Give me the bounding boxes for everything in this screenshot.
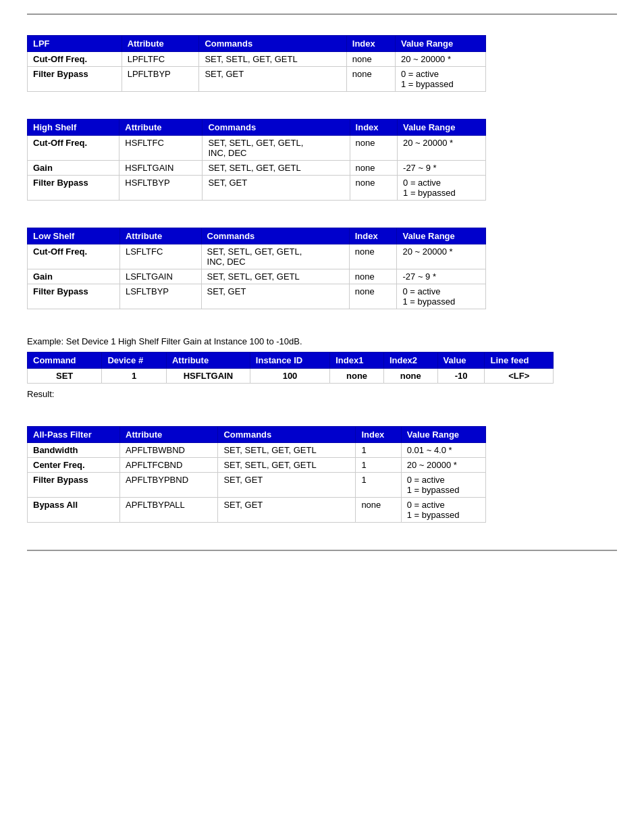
cmd-row-instanceid: 100 — [250, 369, 329, 384]
row-name: Filter Bypass — [28, 473, 120, 498]
row-cmd: SET, GET — [199, 67, 346, 92]
example-section: Example: Set Device 1 High Shelf Filter … — [27, 336, 617, 399]
table-row: SET 1 HSFLTGAIN 100 none none -10 <LF> — [28, 369, 554, 384]
high-shelf-section: High Shelf Attribute Commands Index Valu… — [27, 119, 617, 201]
table-row: Cut-Off Freq. LSFLTFC SET, SETL, GET, GE… — [28, 244, 486, 269]
table-row: Filter Bypass LPFLTBYP SET, GET none 0 =… — [28, 67, 486, 92]
row-attr: HSFLTFC — [119, 136, 203, 161]
row-cmd: SET, SETL, GET, GETL — [203, 161, 350, 176]
row-val: 0 = active 1 = bypassed — [401, 473, 485, 498]
row-val: -27 ~ 9 * — [397, 269, 486, 284]
row-attr: APFLTFCBND — [120, 458, 218, 473]
row-attr: APFLTBWBND — [120, 443, 218, 458]
row-idx: none — [349, 269, 397, 284]
row-cmd: SET, SETL, GET, GETL — [218, 443, 356, 458]
row-val: 20 ~ 20000 * — [395, 52, 485, 67]
row-attr: LSFLTGAIN — [119, 269, 201, 284]
ls-idx-header: Index — [349, 228, 397, 244]
row-name: Cut-Off Freq. — [28, 52, 122, 67]
allpass-section: All-Pass Filter Attribute Commands Index… — [27, 426, 617, 523]
row-name: Bandwidth — [28, 443, 120, 458]
lpf-col-header: LPF — [28, 36, 122, 52]
row-val: 20 ~ 20000 * — [397, 244, 486, 269]
allpass-table: All-Pass Filter Attribute Commands Index… — [27, 426, 486, 523]
lpf-attr-header: Attribute — [122, 36, 199, 52]
row-idx: none — [350, 161, 397, 176]
row-cmd: SET, GET — [218, 473, 356, 498]
result-text: Result: — [27, 389, 617, 399]
low-shelf-section: Low Shelf Attribute Commands Index Value… — [27, 228, 617, 309]
row-idx: none — [349, 284, 397, 309]
row-cmd: SET, SETL, GET, GETL — [218, 458, 356, 473]
cmd-row-index2: none — [383, 369, 437, 384]
cmd-col-index2: Index2 — [383, 353, 437, 369]
example-text: Example: Set Device 1 High Shelf Filter … — [27, 336, 617, 346]
table-row: Gain LSFLTGAIN SET, SETL, GET, GETL none… — [28, 269, 486, 284]
low-shelf-table: Low Shelf Attribute Commands Index Value… — [27, 228, 486, 309]
lpf-val-header: Value Range — [395, 36, 485, 52]
hs-idx-header: Index — [350, 120, 397, 136]
hs-cmd-header: Commands — [203, 120, 350, 136]
row-cmd: SET, GET — [218, 498, 356, 523]
row-idx: 1 — [356, 473, 401, 498]
hs-val-header: Value Range — [398, 120, 486, 136]
row-val: 20 ~ 20000 * — [401, 458, 485, 473]
hs-attr-header: Attribute — [119, 120, 203, 136]
row-attr: HSFLTBYP — [119, 176, 203, 201]
row-attr: LSFLTFC — [119, 244, 201, 269]
row-val: 0 = active 1 = bypassed — [395, 67, 485, 92]
row-attr: APFLTBYPBND — [120, 473, 218, 498]
table-row: Cut-Off Freq. HSFLTFC SET, SETL, GET, GE… — [28, 136, 486, 161]
ap-val-header: Value Range — [401, 427, 485, 443]
table-row: Bandwidth APFLTBWBND SET, SETL, GET, GET… — [28, 443, 486, 458]
row-val: 20 ~ 20000 * — [398, 136, 486, 161]
row-val: 0 = active 1 = bypassed — [398, 176, 486, 201]
row-attr: LPFLTFC — [122, 52, 199, 67]
ls-col-header: Low Shelf — [28, 228, 120, 244]
cmd-col-index1: Index1 — [330, 353, 384, 369]
row-idx: none — [346, 67, 395, 92]
ap-idx-header: Index — [356, 427, 401, 443]
ap-attr-header: Attribute — [120, 427, 218, 443]
row-name: Filter Bypass — [28, 284, 120, 309]
row-idx: none — [356, 498, 401, 523]
row-name: Cut-Off Freq. — [28, 244, 120, 269]
row-cmd: SET, SETL, GET, GETL, INC, DEC — [203, 136, 350, 161]
row-name: Cut-Off Freq. — [28, 136, 119, 161]
cmd-col-command: Command — [28, 353, 102, 369]
row-name: Filter Bypass — [28, 176, 119, 201]
cmd-col-attribute: Attribute — [166, 353, 250, 369]
cmd-col-value: Value — [437, 353, 485, 369]
cmd-col-device: Device # — [102, 353, 167, 369]
hs-col-header: High Shelf — [28, 120, 119, 136]
cmd-row-value: -10 — [437, 369, 485, 384]
row-val: 0.01 ~ 4.0 * — [401, 443, 485, 458]
row-val: -27 ~ 9 * — [398, 161, 486, 176]
row-name: Bypass All — [28, 498, 120, 523]
cmd-row-attribute: HSFLTGAIN — [166, 369, 250, 384]
ls-attr-header: Attribute — [119, 228, 201, 244]
high-shelf-table: High Shelf Attribute Commands Index Valu… — [27, 119, 486, 201]
row-name: Filter Bypass — [28, 67, 122, 92]
lpf-section: LPF Attribute Commands Index Value Range… — [27, 35, 617, 92]
cmd-row-command: SET — [28, 369, 102, 384]
row-idx: none — [350, 176, 397, 201]
cmd-row-index1: none — [330, 369, 384, 384]
cmd-col-instanceid: Instance ID — [250, 353, 329, 369]
command-table: Command Device # Attribute Instance ID I… — [27, 352, 554, 384]
row-name: Gain — [28, 269, 120, 284]
table-row: Cut-Off Freq. LPFLTFC SET, SETL, GET, GE… — [28, 52, 486, 67]
row-cmd: SET, SETL, GET, GETL, INC, DEC — [201, 244, 349, 269]
row-attr: HSFLTGAIN — [119, 161, 203, 176]
row-val: 0 = active 1 = bypassed — [401, 498, 485, 523]
ap-col-header: All-Pass Filter — [28, 427, 120, 443]
top-divider — [27, 14, 617, 15]
table-row: Filter Bypass HSFLTBYP SET, GET none 0 =… — [28, 176, 486, 201]
row-idx: none — [346, 52, 395, 67]
page-container: LPF Attribute Commands Index Value Range… — [0, 0, 644, 834]
row-attr: LPFLTBYP — [122, 67, 199, 92]
row-attr: LSFLTBYP — [119, 284, 201, 309]
row-cmd: SET, GET — [203, 176, 350, 201]
table-row: Bypass All APFLTBYPALL SET, GET none 0 =… — [28, 498, 486, 523]
row-idx: 1 — [356, 443, 401, 458]
